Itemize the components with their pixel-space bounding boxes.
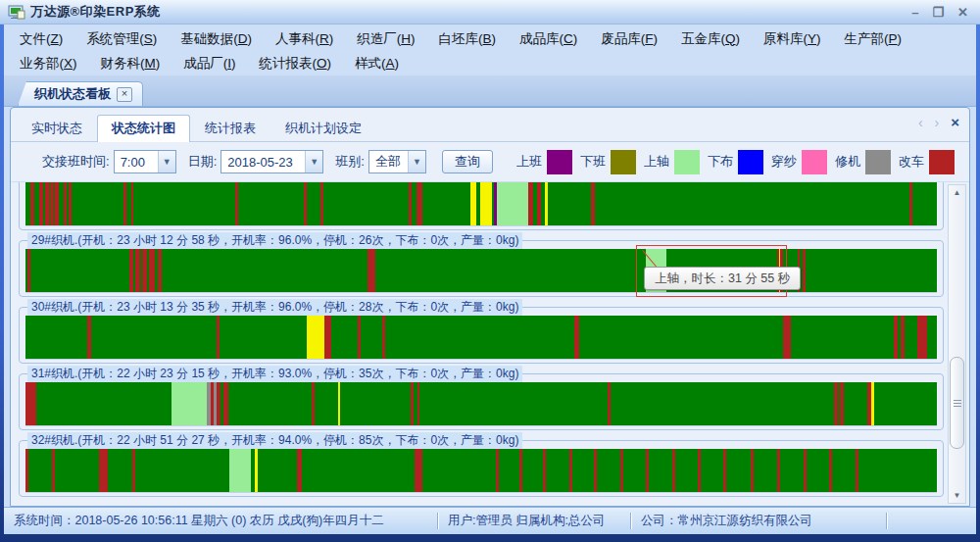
vertical-scrollbar[interactable]: ▲ ▼ (948, 184, 966, 504)
menu-item-finished-goods-mill[interactable]: 成品厂(I) (172, 53, 247, 74)
bar-segment[interactable] (375, 249, 645, 292)
bar-segment[interactable] (238, 182, 304, 225)
loom-status-timeline[interactable] (25, 382, 937, 425)
class-select[interactable]: 全部 ▼ (368, 150, 426, 173)
bar-segment[interactable] (36, 382, 172, 425)
loom-status-timeline[interactable] (25, 182, 937, 225)
bar-segment[interactable] (361, 316, 381, 359)
bar-segment[interactable] (595, 182, 910, 225)
bar-segment[interactable] (927, 316, 937, 359)
bar-segment[interactable] (917, 316, 927, 359)
menu-item-file[interactable]: 文件(Z) (8, 28, 74, 50)
scroll-down-icon[interactable]: ▼ (949, 488, 965, 503)
bar-segment[interactable] (28, 449, 53, 492)
bar-segment[interactable] (480, 182, 492, 225)
bar-segment[interactable] (162, 249, 367, 292)
bar-segment[interactable] (572, 449, 593, 492)
bar-segment[interactable] (415, 449, 422, 492)
bar-segment[interactable] (548, 182, 591, 225)
dropdown-arrow-icon[interactable]: ▼ (158, 151, 175, 172)
bar-segment[interactable] (807, 449, 828, 492)
tab-loom-status-board[interactable]: 织机状态看板 × (18, 81, 143, 106)
bar-segment[interactable] (806, 249, 937, 292)
subtab-loom-plan-setting[interactable]: 织机计划设定 (270, 115, 376, 141)
bar-segment[interactable] (419, 382, 608, 425)
bar-segment[interactable] (385, 316, 574, 359)
bar-segment[interactable] (649, 449, 673, 492)
menu-item-weaving-mill[interactable]: 织造厂(H) (345, 28, 426, 50)
bar-segment[interactable] (307, 182, 320, 225)
loom-status-timeline[interactable] (25, 316, 937, 359)
close-button[interactable]: ✕ (957, 6, 968, 19)
maximize-button[interactable]: ❐ (932, 6, 944, 19)
bar-segment[interactable] (422, 182, 471, 225)
loom-status-timeline[interactable] (25, 449, 937, 492)
date-select[interactable]: 2018-05-23 ▼ (220, 150, 323, 173)
bar-segment[interactable] (726, 449, 751, 492)
bar-segment[interactable] (315, 382, 338, 425)
menu-item-production-dept[interactable]: 生产部(P) (833, 28, 914, 50)
bar-segment[interactable] (340, 382, 411, 425)
bar-segment[interactable] (30, 249, 129, 292)
bar-segment[interactable] (91, 316, 217, 359)
menu-item-grey-fabric-store[interactable]: 白坯库(B) (427, 28, 509, 50)
bar-segment[interactable] (597, 449, 621, 492)
menu-item-waste-store[interactable]: 废品库(F) (589, 28, 669, 50)
bar-segment[interactable] (323, 182, 408, 225)
menu-item-raw-material-store[interactable]: 原料库(Y) (752, 28, 833, 50)
bar-segment[interactable] (832, 449, 857, 492)
bar-segment[interactable] (220, 316, 307, 359)
menu-item-hardware-store[interactable]: 五金库(Q) (669, 28, 752, 50)
menu-item-style[interactable]: 样式(A) (343, 53, 411, 74)
bar-segment[interactable] (675, 449, 697, 492)
shift-time-select[interactable]: 7:00 ▼ (114, 150, 176, 173)
bar-segment[interactable] (858, 449, 937, 492)
bar-segment[interactable] (844, 382, 866, 425)
menu-item-stats-report[interactable]: 统计报表(O) (248, 53, 344, 74)
bar-segment[interactable] (25, 316, 87, 359)
menu-item-finance-dept[interactable]: 财务科(M) (89, 53, 172, 74)
minimize-button[interactable]: – (911, 6, 918, 19)
bar-segment[interactable] (905, 316, 916, 359)
scrollbar-thumb[interactable] (950, 357, 964, 449)
menu-item-system-management[interactable]: 系统管理(S) (74, 28, 169, 50)
bar-segment[interactable] (108, 449, 132, 492)
scrollbar-track[interactable] (949, 200, 965, 488)
bar-segment[interactable] (307, 316, 324, 359)
bar-segment[interactable] (874, 382, 937, 425)
subtab-realtime-status[interactable]: 实时状态 (17, 115, 97, 141)
bar-segment[interactable] (912, 182, 937, 225)
tab-close-icon[interactable]: × (117, 87, 132, 102)
bar-segment[interactable] (780, 449, 805, 492)
menu-item-base-data[interactable]: 基础数据(D) (169, 28, 264, 50)
scroll-up-icon[interactable]: ▲ (949, 185, 965, 200)
dropdown-arrow-icon[interactable]: ▼ (305, 151, 322, 172)
bar-segment[interactable] (623, 449, 645, 492)
bar-segment[interactable] (99, 449, 108, 492)
bar-segment[interactable] (258, 449, 297, 492)
bar-segment[interactable] (701, 449, 724, 492)
subtab-status-chart[interactable]: 状态统计图 (97, 115, 190, 142)
bar-segment[interactable] (72, 182, 124, 225)
menu-item-hr-dept[interactable]: 人事科(R) (264, 28, 345, 50)
nav-right-icon[interactable]: › (935, 116, 940, 129)
bar-segment[interactable] (783, 316, 790, 359)
bar-segment[interactable] (302, 449, 414, 492)
bar-segment[interactable] (422, 449, 496, 492)
bar-segment[interactable] (754, 449, 777, 492)
bar-segment[interactable] (579, 316, 783, 359)
dropdown-arrow-icon[interactable]: ▼ (408, 151, 425, 172)
bar-segment[interactable] (331, 316, 358, 359)
menu-item-finished-goods-store[interactable]: 成品库(C) (508, 28, 589, 50)
query-button[interactable]: 查询 (442, 150, 493, 173)
bar-segment[interactable] (229, 449, 251, 492)
bar-segment[interactable] (611, 382, 834, 425)
bar-segment[interactable] (228, 382, 312, 425)
bar-segment[interactable] (25, 382, 36, 425)
menu-item-business-dept[interactable]: 业务部(X) (8, 53, 89, 74)
bar-segment[interactable] (522, 449, 542, 492)
bar-segment[interactable] (499, 449, 519, 492)
bar-segment[interactable] (368, 249, 375, 292)
bar-segment[interactable] (133, 182, 235, 225)
bar-segment[interactable] (55, 449, 99, 492)
